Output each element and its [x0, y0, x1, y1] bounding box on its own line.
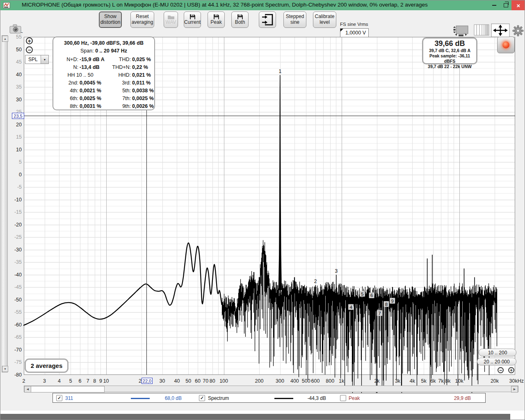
svg-text:-40: -40	[14, 272, 22, 278]
scroll-down-icon[interactable]: ▼	[2, 366, 8, 372]
distortion-info-box: 300,60 Hz, -39,80 dBFS, 39,66 dB Span: 0…	[52, 37, 155, 110]
svg-text:30kHz: 30kHz	[509, 378, 524, 384]
svg-text:2: 2	[314, 278, 317, 284]
svg-text:40: 40	[16, 72, 22, 78]
show-distortion-button[interactable]: Show distortion	[99, 11, 122, 28]
legend-label-spectrum: Spectrum	[208, 395, 229, 401]
svg-text:45: 45	[16, 59, 22, 65]
span-readout: Span: 0 .. 20 947 Hz	[53, 48, 154, 56]
svg-text:400: 400	[290, 378, 299, 384]
svg-text:8k: 8k	[445, 378, 451, 384]
settings-gear-icon[interactable]	[512, 25, 524, 37]
floppy-icon	[213, 14, 219, 20]
scroll-left-icon[interactable]: ◀	[24, 386, 31, 393]
svg-text:-70: -70	[14, 347, 22, 353]
svg-text:50: 50	[16, 47, 22, 52]
camera-icon[interactable]	[9, 23, 22, 35]
svg-text:5: 5	[69, 378, 72, 384]
legend-line-swatch	[131, 398, 150, 399]
stepped-sine-label: Stepped sine	[285, 14, 305, 25]
legend-checkbox-spectrum[interactable]: ✓	[199, 395, 205, 401]
calibrate-level-button[interactable]: Calibrate level	[313, 11, 336, 28]
legend-value-311: 68,0 dB	[162, 395, 182, 401]
svg-text:-15: -15	[14, 209, 22, 215]
plus-icon: +	[510, 368, 513, 373]
spl-mode-select[interactable]: SPL ▼	[25, 55, 49, 64]
svg-text:3k: 3k	[395, 378, 401, 384]
save-current-label: Current	[184, 20, 201, 25]
svg-text:10: 10	[16, 147, 22, 153]
svg-text:30: 30	[16, 97, 22, 103]
svg-text:15: 15	[16, 134, 22, 140]
stepped-sine-button[interactable]: Stepped sine	[283, 11, 306, 28]
svg-text:300: 300	[276, 378, 284, 384]
svg-text:-65: -65	[14, 334, 22, 340]
reset-averaging-button[interactable]: Reset averaging	[130, 11, 154, 28]
span-label: Span:	[80, 48, 94, 54]
svg-text:2k: 2k	[374, 378, 380, 384]
svg-text:-10: -10	[14, 197, 22, 203]
legend-label-311: 311	[65, 395, 73, 401]
svg-text:4: 4	[349, 305, 352, 310]
level-band: 39,7 dB 22 - 22k UNW	[423, 64, 476, 69]
pan-move-icon[interactable]	[491, 23, 510, 37]
svg-text:20k: 20k	[491, 378, 499, 384]
svg-text:40: 40	[174, 378, 180, 384]
save-both-button[interactable]: Both	[231, 11, 249, 28]
range-10-200-button[interactable]: 10 .. 200	[479, 349, 516, 356]
app-window: MICROPHONE (Общая громкость) L on Микроф…	[0, 0, 525, 420]
minus-icon: −	[499, 368, 502, 373]
x-zoom-in-button[interactable]: +	[508, 367, 514, 373]
svg-text:8: 8	[93, 378, 96, 384]
svg-text:10k: 10k	[455, 378, 464, 384]
calibrate-level-label: Calibrate level	[314, 14, 335, 25]
range-20-20000-button[interactable]: 20 .. 20 000	[477, 358, 516, 365]
svg-text:7: 7	[378, 311, 381, 316]
svg-text:1k: 1k	[339, 378, 345, 384]
legend-value-peak: 29,9 dB	[451, 395, 471, 401]
spl-select-value: SPL	[25, 55, 41, 64]
svg-text:7k: 7k	[438, 378, 444, 384]
plus-icon: +	[27, 38, 31, 44]
scroll-right-icon[interactable]: ▶	[511, 386, 518, 393]
wav-label: WAV	[166, 20, 176, 25]
save-current-button[interactable]: Current	[184, 11, 201, 28]
horizontal-scrollbar[interactable]: ◀ ▶	[24, 386, 518, 392]
level-main: 39,66 dB	[423, 39, 476, 48]
save-peak-label: Peak	[210, 20, 221, 25]
svg-text:-25: -25	[14, 234, 22, 240]
legend-checkbox-311[interactable]: ✓	[56, 395, 62, 401]
record-led-icon	[502, 41, 509, 48]
svg-text:-20: -20	[14, 222, 22, 228]
svg-text:-75: -75	[14, 359, 22, 365]
svg-text:-35: -35	[14, 259, 22, 265]
scrollbar-thumb[interactable]	[31, 386, 105, 393]
import-icon	[261, 13, 274, 26]
level-peak-sample: Peak sample: -36,11 dBFS	[423, 53, 476, 64]
scroll-up-icon[interactable]: ▲	[2, 36, 8, 42]
scale-bars-icon[interactable]	[474, 24, 489, 36]
bottom-status-strip	[0, 414, 510, 420]
toolbar: Show distortion Reset averaging WAV Curr…	[0, 10, 525, 30]
svg-text:60: 60	[195, 378, 201, 384]
svg-text:3: 3	[43, 378, 46, 384]
record-button[interactable]	[497, 37, 515, 53]
svg-text:55: 55	[16, 34, 22, 40]
svg-text:-55: -55	[14, 309, 22, 315]
zoom-in-button[interactable]: +	[26, 37, 33, 44]
wav-button: WAV	[164, 11, 178, 28]
averages-badge: 2 averages	[25, 358, 68, 373]
legend-checkbox-peak[interactable]	[340, 395, 346, 401]
vertical-scrollbar[interactable]: ▲ ▼	[2, 35, 8, 372]
import-button[interactable]	[259, 11, 276, 28]
cursor-level-label: 23,5	[12, 113, 24, 119]
zoom-out-button[interactable]: −	[26, 46, 33, 53]
svg-text:70: 70	[203, 378, 208, 384]
folder-icon	[167, 14, 175, 20]
fs-sine-input[interactable]: 1,0000 V	[340, 28, 369, 37]
chevron-down-icon[interactable]: ▼	[41, 55, 48, 64]
x-zoom-out-button[interactable]: −	[498, 367, 504, 373]
display-layout-icon[interactable]	[452, 25, 470, 37]
floppy-icon	[189, 14, 196, 20]
save-peak-button[interactable]: Peak	[208, 11, 225, 28]
